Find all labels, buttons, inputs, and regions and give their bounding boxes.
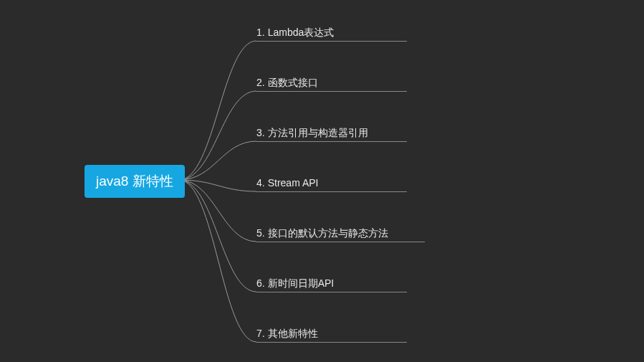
child-index: 2.: [256, 77, 265, 88]
child-underline-6: [256, 292, 407, 292]
child-underline-5: [256, 242, 425, 242]
child-node-7[interactable]: 7.其他新特性: [256, 328, 318, 340]
connector-path-2: [179, 91, 256, 180]
root-label: java8 新特性: [96, 173, 173, 189]
connector-path-5: [179, 180, 256, 242]
connector-path-4: [179, 180, 256, 191]
child-node-5[interactable]: 5.接口的默认方法与静态方法: [256, 227, 388, 240]
child-index: 6.: [256, 277, 265, 289]
child-underline-1: [256, 41, 407, 42]
child-label: 方法引用与构造器引用: [268, 127, 368, 138]
child-label: 接口的默认方法与静态方法: [268, 227, 388, 239]
child-node-2[interactable]: 2.函数式接口: [256, 77, 318, 90]
child-label: 新时间日期API: [268, 277, 335, 289]
child-node-6[interactable]: 6.新时间日期API: [256, 277, 334, 290]
child-underline-4: [256, 191, 407, 192]
child-index: 4.: [256, 177, 265, 189]
connector-path-1: [179, 41, 256, 180]
child-label: 其他新特性: [268, 328, 318, 339]
child-index: 5.: [256, 227, 265, 239]
child-label: Lambda表达式: [268, 27, 335, 38]
child-underline-2: [256, 91, 407, 92]
child-label: Stream API: [268, 177, 319, 189]
child-index: 1.: [256, 27, 265, 38]
connector-path-6: [179, 180, 256, 292]
child-label: 函数式接口: [268, 77, 318, 88]
root-node[interactable]: java8 新特性: [85, 165, 185, 198]
connector-path-7: [179, 180, 256, 342]
child-index: 3.: [256, 127, 265, 138]
child-index: 7.: [256, 328, 265, 339]
child-underline-3: [256, 141, 407, 142]
child-node-3[interactable]: 3.方法引用与构造器引用: [256, 127, 368, 140]
child-node-1[interactable]: 1.Lambda表达式: [256, 27, 334, 39]
child-underline-7: [256, 342, 407, 343]
child-node-4[interactable]: 4.Stream API: [256, 177, 319, 189]
connector-path-3: [179, 141, 256, 180]
